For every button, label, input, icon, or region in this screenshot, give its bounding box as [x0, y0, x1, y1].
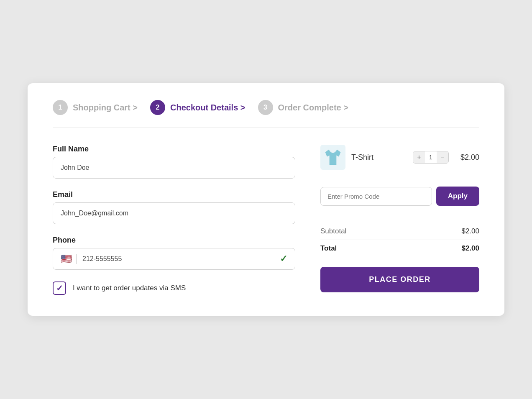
- step-2-label: Checkout Details >: [170, 103, 246, 113]
- total-value: $2.00: [461, 244, 479, 253]
- breadcrumb: 1 Shopping Cart > 2 Checkout Details > 3…: [53, 100, 479, 128]
- quantity-control: + 1 −: [413, 151, 449, 164]
- email-label: Email: [53, 190, 295, 199]
- phone-flag-icon: 🇺🇸: [61, 253, 72, 264]
- sms-checkbox[interactable]: ✓: [53, 281, 66, 295]
- promo-input[interactable]: [320, 187, 432, 206]
- phone-input-wrapper: 🇺🇸 ✓: [53, 248, 295, 270]
- sms-label: I want to get order updates via SMS: [73, 284, 186, 292]
- promo-row: Apply: [320, 187, 479, 206]
- checkmark-icon: ✓: [56, 284, 63, 292]
- place-order-button[interactable]: PLACE ORDER: [320, 267, 479, 292]
- checkout-form: Full Name Email Phone 🇺🇸 ✓: [53, 145, 295, 295]
- apply-button[interactable]: Apply: [436, 187, 479, 206]
- total-label: Total: [320, 244, 337, 253]
- order-summary: T-Shirt + 1 − $2.00 Apply Subtotal $2.00: [320, 145, 479, 295]
- step-1-circle: 1: [53, 100, 68, 115]
- step-shopping-cart[interactable]: 1 Shopping Cart >: [53, 100, 138, 115]
- phone-input[interactable]: [82, 255, 276, 263]
- fullname-input[interactable]: [53, 157, 295, 179]
- phone-label: Phone: [53, 236, 295, 245]
- product-name: T-Shirt: [351, 153, 407, 162]
- step-2-circle: 2: [150, 100, 165, 115]
- step-checkout-details: 2 Checkout Details >: [150, 100, 246, 115]
- quantity-increase-button[interactable]: −: [437, 151, 448, 163]
- phone-field-group: Phone 🇺🇸 ✓: [53, 236, 295, 270]
- product-row: T-Shirt + 1 − $2.00: [320, 145, 479, 178]
- subtotal-value: $2.00: [461, 227, 479, 235]
- sms-checkbox-row: ✓ I want to get order updates via SMS: [53, 281, 295, 295]
- subtotal-label: Subtotal: [320, 227, 346, 235]
- step-3-label: Order Complete >: [278, 103, 348, 113]
- product-price: $2.00: [460, 153, 479, 162]
- checkout-card: 1 Shopping Cart > 2 Checkout Details > 3…: [28, 83, 504, 316]
- main-content: Full Name Email Phone 🇺🇸 ✓: [53, 145, 479, 295]
- phone-valid-icon: ✓: [280, 253, 287, 264]
- totals-section: Subtotal $2.00 Total $2.00: [320, 216, 479, 257]
- fullname-field-group: Full Name: [53, 145, 295, 179]
- email-field-group: Email: [53, 190, 295, 224]
- total-row: Total $2.00: [320, 240, 479, 257]
- subtotal-row: Subtotal $2.00: [320, 223, 479, 240]
- product-image: [320, 145, 345, 170]
- step-order-complete[interactable]: 3 Order Complete >: [258, 100, 348, 115]
- fullname-label: Full Name: [53, 145, 295, 153]
- email-input[interactable]: [53, 202, 295, 224]
- step-3-circle: 3: [258, 100, 273, 115]
- quantity-decrease-button[interactable]: +: [413, 151, 425, 163]
- phone-divider: [76, 254, 77, 264]
- step-1-label: Shopping Cart >: [73, 103, 138, 113]
- quantity-value: 1: [425, 151, 437, 163]
